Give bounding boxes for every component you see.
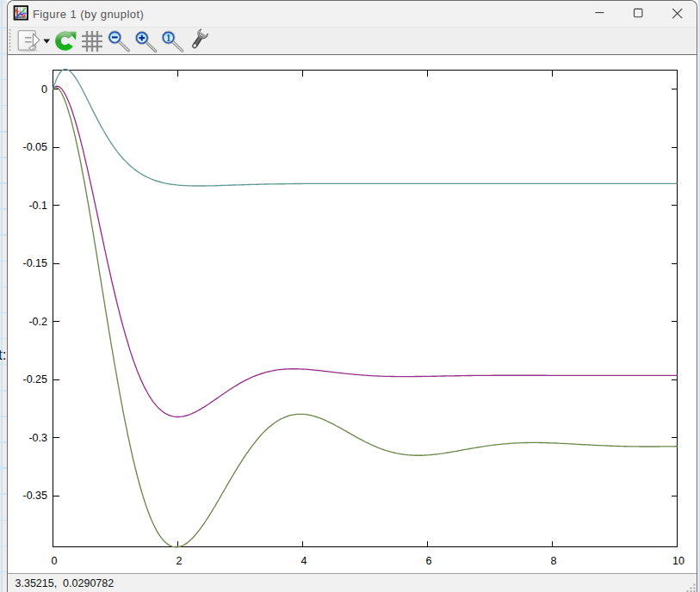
svg-text:-0.2: -0.2 <box>28 316 47 328</box>
svg-text:0: 0 <box>51 555 57 567</box>
svg-text:-0.3: -0.3 <box>28 432 47 444</box>
svg-text:-0.25: -0.25 <box>23 373 48 385</box>
svg-text:-0.15: -0.15 <box>23 257 48 269</box>
svg-text:-0.1: -0.1 <box>28 200 47 212</box>
svg-text:-0.35: -0.35 <box>23 490 48 502</box>
svg-text:-0.05: -0.05 <box>23 141 48 153</box>
svg-text:1: 1 <box>166 33 171 43</box>
svg-text:8: 8 <box>550 555 556 567</box>
svg-text:10: 10 <box>672 555 685 567</box>
svg-text:4: 4 <box>300 555 307 567</box>
svg-text:2: 2 <box>176 555 182 567</box>
svg-text:0: 0 <box>41 83 47 96</box>
svg-text:6: 6 <box>425 555 431 567</box>
